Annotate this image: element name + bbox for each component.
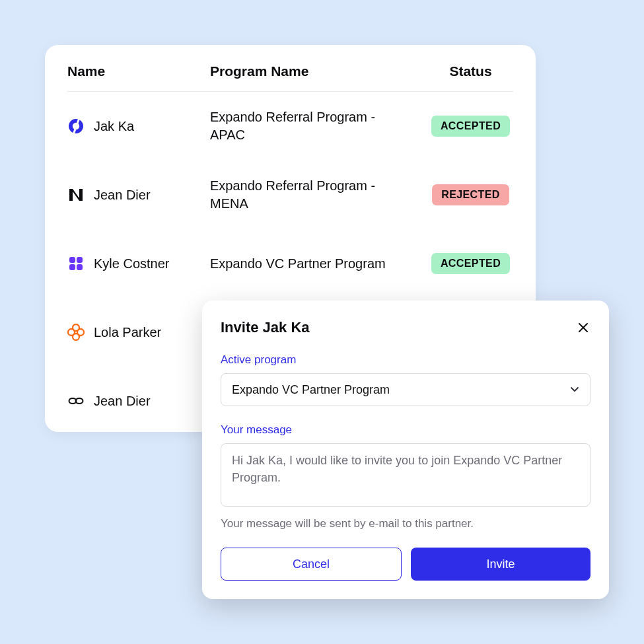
column-header-program: Program Name xyxy=(210,63,428,79)
table-row[interactable]: Jean Dier Expando Referral Program - MEN… xyxy=(67,161,513,229)
svg-rect-3 xyxy=(69,257,75,263)
message-hint: Your message will be sent by e-mail to t… xyxy=(221,517,590,530)
partner-name: Lola Parker xyxy=(94,325,161,340)
n-icon xyxy=(67,186,85,203)
program-name: Expando Referral Program - APAC xyxy=(210,108,428,144)
invite-button[interactable]: Invite xyxy=(411,548,590,581)
svg-point-10 xyxy=(77,329,84,336)
circle-icon xyxy=(67,118,85,135)
partner-name: Kyle Costner xyxy=(94,256,170,271)
active-program-select[interactable]: Expando VC Partner Program xyxy=(221,373,590,406)
status-badge: ACCEPTED xyxy=(431,253,510,274)
chevron-down-icon xyxy=(570,383,579,397)
close-icon[interactable] xyxy=(576,320,590,335)
partner-name: Jean Dier xyxy=(94,188,151,203)
cancel-button[interactable]: Cancel xyxy=(221,548,402,581)
program-name: Expando Referral Program - MENA xyxy=(210,177,428,213)
partner-name: Jean Dier xyxy=(94,394,151,409)
status-badge: REJECTED xyxy=(432,184,509,205)
partner-name: Jak Ka xyxy=(94,119,134,134)
svg-rect-5 xyxy=(69,264,75,270)
your-message-label: Your message xyxy=(221,423,590,437)
invite-modal: Invite Jak Ka Active program Expando VC … xyxy=(202,301,609,599)
message-textarea[interactable] xyxy=(221,443,590,507)
table-header-row: Name Program Name Status xyxy=(67,63,513,92)
active-program-value: Expando VC Partner Program xyxy=(232,383,390,397)
squares-icon xyxy=(67,255,85,272)
flower-icon xyxy=(67,324,85,341)
program-name: Expando VC Partner Program xyxy=(210,255,428,273)
column-header-status: Status xyxy=(428,63,513,79)
svg-rect-6 xyxy=(77,264,83,270)
links-icon xyxy=(67,392,85,410)
svg-rect-4 xyxy=(77,257,83,263)
status-badge: ACCEPTED xyxy=(431,116,510,137)
column-header-name: Name xyxy=(67,63,210,79)
svg-point-9 xyxy=(68,329,75,336)
table-row[interactable]: Kyle Costner Expando VC Partner Program … xyxy=(67,229,513,298)
modal-title: Invite Jak Ka xyxy=(221,319,310,336)
table-row[interactable]: Jak Ka Expando Referral Program - APAC A… xyxy=(67,92,513,161)
active-program-label: Active program xyxy=(221,353,590,367)
